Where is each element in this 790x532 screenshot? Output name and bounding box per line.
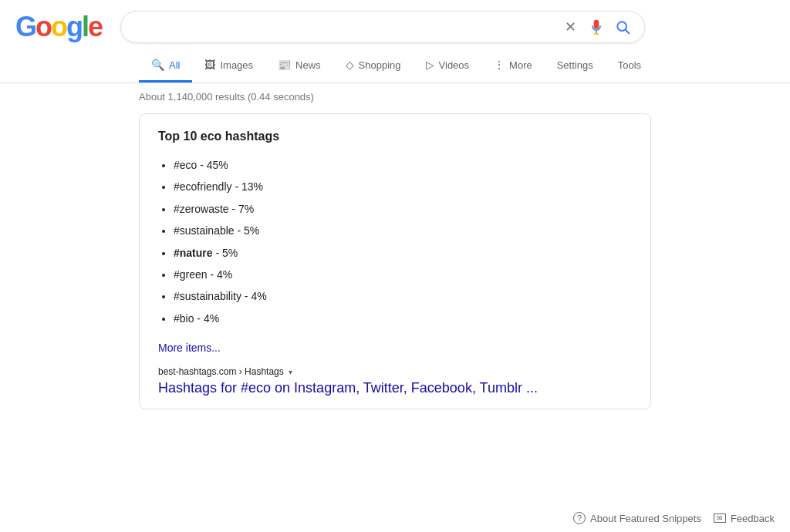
list-item: #green - 4%: [174, 264, 632, 285]
results-count: About 1,140,000 results (0.44 seconds): [139, 91, 314, 103]
nav-tabs: 🔍 All 🖼 Images 📰 News ◇ Shopping ▷ Video…: [0, 49, 790, 83]
shopping-icon: ◇: [346, 59, 354, 71]
tab-tools-label: Tools: [618, 59, 641, 71]
search-button[interactable]: [613, 18, 632, 36]
videos-icon: ▷: [426, 59, 434, 71]
tab-videos[interactable]: ▷ Videos: [414, 49, 482, 82]
voice-search-button[interactable]: [587, 18, 606, 36]
search-bar: eco friendly instagram hashtags ✕: [120, 11, 645, 43]
tab-settings-label: Settings: [557, 59, 593, 71]
clear-button[interactable]: ✕: [562, 20, 579, 34]
tab-images-label: Images: [220, 59, 253, 71]
main-content: Top 10 eco hashtags #eco - 45% #ecofrien…: [0, 106, 790, 417]
list-item: #ecofriendly - 13%: [174, 176, 632, 197]
list-item: #sustainability - 4%: [174, 285, 632, 307]
news-icon: 📰: [278, 59, 291, 71]
tab-more[interactable]: ⋮ More: [481, 49, 545, 82]
search-input[interactable]: eco friendly instagram hashtags: [133, 20, 554, 34]
featured-snippet-card: Top 10 eco hashtags #eco - 45% #ecofrien…: [139, 113, 651, 409]
more-icon: ⋮: [494, 59, 505, 71]
mic-icon: [589, 19, 604, 35]
svg-rect-1: [594, 33, 599, 35]
google-logo: Google: [15, 11, 102, 43]
source-line: best-hashtags.com › Hashtags ▾: [158, 366, 632, 377]
source-dropdown-icon[interactable]: ▾: [289, 368, 292, 376]
tab-images[interactable]: 🖼 Images: [192, 49, 265, 82]
result-title-link[interactable]: Hashtags for #eco on Instagram, Twitter,…: [158, 380, 538, 396]
nav-right: Settings Tools: [545, 50, 653, 82]
all-icon: 🔍: [151, 59, 164, 71]
search-icon: [615, 19, 630, 35]
tab-videos-label: Videos: [439, 59, 470, 71]
tab-more-label: More: [509, 59, 532, 71]
header: Google eco friendly instagram hashtags ✕: [0, 0, 790, 43]
tab-shopping[interactable]: ◇ Shopping: [333, 49, 414, 82]
tab-news[interactable]: 📰 News: [265, 49, 333, 82]
more-items-link[interactable]: More items...: [158, 342, 221, 354]
list-item: #zerowaste - 7%: [174, 198, 632, 220]
images-icon: 🖼: [204, 59, 215, 71]
tab-tools[interactable]: Tools: [606, 50, 653, 82]
results-info: About 1,140,000 results (0.44 seconds): [0, 83, 790, 106]
list-item: #eco - 45%: [174, 154, 632, 176]
tab-settings[interactable]: Settings: [545, 50, 606, 82]
tab-all-label: All: [169, 59, 180, 71]
tab-shopping-label: Shopping: [359, 59, 401, 71]
hashtag-list: #eco - 45% #ecofriendly - 13% #zerowaste…: [158, 154, 632, 329]
tab-news-label: News: [295, 59, 321, 71]
list-item: #sustainable - 5%: [174, 220, 632, 241]
svg-line-3: [626, 30, 630, 34]
source-url: best-hashtags.com › Hashtags: [158, 366, 284, 377]
list-item: #nature - 5%: [174, 242, 632, 264]
snippet-title: Top 10 eco hashtags: [158, 130, 632, 143]
tab-all[interactable]: 🔍 All: [139, 49, 192, 82]
svg-rect-0: [596, 31, 597, 33]
list-item: #bio - 4%: [174, 308, 632, 329]
